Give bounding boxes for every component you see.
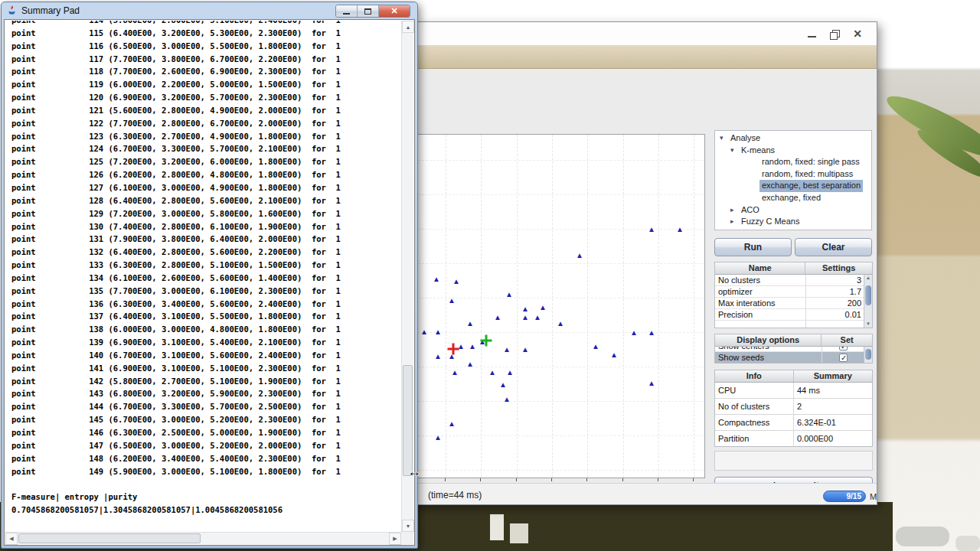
table-row[interactable]: No clusters3 (715, 275, 872, 286)
pad-titlebar[interactable]: Summary Pad ✕ (2, 2, 417, 18)
kmeans-app-window: ✕ ▲▲▲▲▲▲▲▲▲▲▲▲▲▲▲▲▲▲▲▲▲▲▲▲▲▲▲▲▲▲▲▲▲▲▲▲ X… (404, 21, 877, 505)
scrollbar-corner (401, 532, 413, 544)
table-row[interactable]: optimizer1.7 (715, 286, 872, 298)
maximize-button[interactable] (358, 5, 379, 17)
summary-line: point 129 (7.200E00, 3.000E00, 5.800E00,… (11, 207, 401, 220)
scroll-up-icon[interactable]: ▲ (402, 21, 414, 33)
summary-line: point 149 (5.900E00, 3.000E00, 5.100E00,… (11, 465, 401, 478)
scatter-plot[interactable]: ▲▲▲▲▲▲▲▲▲▲▲▲▲▲▲▲▲▲▲▲▲▲▲▲▲▲▲▲▲▲▲▲▲▲▲▲ (417, 134, 705, 478)
vertical-scrollbar[interactable]: ▲ ▼ (401, 21, 413, 532)
horizontal-scrollbar[interactable]: ◀ ▶ (5, 532, 401, 544)
scroll-right-icon[interactable]: ▶ (389, 533, 401, 545)
summary-line: point 131 (7.900E00, 3.800E00, 6.400E00,… (11, 233, 401, 246)
data-point-icon: ▲ (521, 346, 529, 354)
algorithm-tree[interactable]: ▾Analyse▾K-meansrandom, fixed: single pa… (714, 130, 872, 230)
minimize-icon (808, 36, 816, 37)
tree-collapsed-icon[interactable]: ▸ (730, 204, 734, 217)
table-row[interactable]: Precision0.01 (715, 309, 872, 321)
row-value: 6.324E-01 (794, 415, 871, 430)
summary-line: point 143 (6.800E00, 3.200E00, 5.900E00,… (11, 387, 401, 400)
summary-pad-window: Summary Pad ✕ point 114 (5.800E00, 2.800… (1, 2, 418, 549)
scroll-down-icon[interactable]: ▼ (864, 321, 872, 328)
summary-text-area[interactable]: point 114 (5.800E00, 2.800E00, 5.100E00,… (5, 21, 401, 532)
checkbox-cell (822, 347, 864, 351)
tree-item-label: Fuzzy C Means (739, 216, 802, 228)
grid-line (418, 332, 704, 333)
tree-item[interactable]: ▸Fuzzy C Means (715, 216, 871, 228)
data-point-icon: ▲ (630, 329, 638, 337)
display-scrollbar[interactable] (864, 347, 872, 363)
summary-lines: point 114 (5.800E00, 2.800E00, 5.100E00,… (5, 21, 401, 517)
checkbox[interactable] (839, 347, 848, 350)
minimize-button[interactable] (805, 28, 818, 40)
scrollbar-thumb[interactable] (865, 349, 871, 360)
tree-item[interactable]: ▾Analyse (715, 132, 871, 145)
app-titlebar[interactable]: ✕ (405, 22, 877, 45)
tree-collapsed-icon[interactable]: ▸ (730, 216, 734, 228)
tree-expanded-icon[interactable]: ▾ (730, 145, 734, 157)
minimize-icon (343, 13, 350, 15)
tree-item[interactable]: ▾K-means (715, 145, 871, 157)
table-row[interactable]: Max interations200 (715, 298, 872, 309)
app-statusbar: (time=44 ms) 9/15 Mb (405, 483, 877, 505)
summary-line: point 119 (6.000E00, 2.200E00, 5.000E00,… (11, 78, 401, 91)
summary-line: point 147 (6.500E00, 3.000E00, 5.200E00,… (11, 439, 401, 452)
tree-item-label: exchange, best separation (760, 180, 863, 192)
tree-item[interactable]: random, fixed: single pass (715, 156, 871, 168)
settings-header-name: Name (715, 262, 805, 274)
photo-detail (490, 514, 504, 540)
row-value: 2 (794, 399, 871, 414)
data-point-icon: ▲ (534, 314, 541, 321)
summary-line: point 116 (6.500E00, 3.000E00, 5.500E00,… (11, 40, 401, 53)
scroll-up-icon[interactable]: ▲ (864, 275, 872, 282)
grid-line (446, 135, 446, 478)
checkbox[interactable] (839, 354, 848, 362)
close-button[interactable]: ✕ (851, 28, 864, 40)
scroll-down-icon[interactable]: ▼ (402, 520, 414, 532)
scrollbar-thumb[interactable] (865, 285, 871, 305)
table-row[interactable]: No of clusters2 (715, 399, 872, 415)
data-point-icon: ▲ (434, 434, 442, 442)
clear-button[interactable]: Clear (795, 238, 872, 256)
minimize-button[interactable] (336, 5, 358, 17)
display-option-row[interactable]: Show centers (715, 347, 872, 352)
tree-item[interactable]: ▸ACO (715, 204, 871, 217)
grid-line (418, 229, 704, 230)
row-label: Show seeds (715, 352, 822, 363)
row-value: 0.000E00 (794, 431, 871, 446)
scrollbar-thumb[interactable] (403, 365, 413, 476)
table-row[interactable]: Partition0.000E00 (715, 431, 872, 447)
scrollbar-thumb[interactable] (18, 533, 201, 543)
display-options-table[interactable]: Display options Set Show centersShow see… (714, 334, 873, 364)
resize-cursor: ↔ (407, 464, 421, 480)
table-row (715, 321, 872, 328)
restore-button[interactable] (828, 28, 841, 40)
table-row[interactable]: CPU44 ms (715, 383, 872, 399)
tree-item[interactable]: exchange, best separation (715, 180, 871, 192)
settings-scrollbar[interactable]: ▲ ▼ (864, 275, 872, 328)
desktop-photo-right (877, 0, 980, 551)
tree-item[interactable]: random, fixed: multipass (715, 168, 871, 181)
photo-detail (956, 536, 980, 551)
data-point-icon: ▲ (506, 369, 514, 377)
run-button[interactable]: Run (714, 238, 792, 256)
info-rows: CPU44 msNo of clusters2Compactness6.324E… (715, 383, 872, 447)
row-label: Precision (715, 309, 806, 320)
data-point-icon: ▲ (433, 276, 440, 283)
scroll-left-icon[interactable]: ◀ (5, 533, 18, 545)
data-point-icon: ▲ (488, 369, 496, 377)
summary-line: point 123 (6.300E00, 2.700E00, 4.900E00,… (11, 130, 401, 143)
tree-item[interactable]: exchange, fixed (715, 192, 871, 204)
display-option-row[interactable]: Show seeds (715, 352, 872, 364)
close-button[interactable]: ✕ (379, 5, 410, 17)
row-label: Compactness (715, 415, 794, 430)
java-icon (7, 5, 17, 15)
tree-expanded-icon[interactable]: ▾ (720, 132, 724, 145)
settings-rows: No clusters3optimizer1.7Max interations2… (715, 275, 872, 328)
memory-progressbar[interactable]: 9/15 (823, 491, 866, 502)
summary-line: point 133 (6.300E00, 2.800E00, 5.100E00,… (11, 259, 401, 272)
settings-table[interactable]: Name Settings No clusters3optimizer1.7Ma… (714, 262, 873, 328)
row-label: Partition (715, 431, 794, 446)
table-row[interactable]: Compactness6.324E-01 (715, 415, 872, 431)
info-header-info: Info (715, 370, 794, 382)
